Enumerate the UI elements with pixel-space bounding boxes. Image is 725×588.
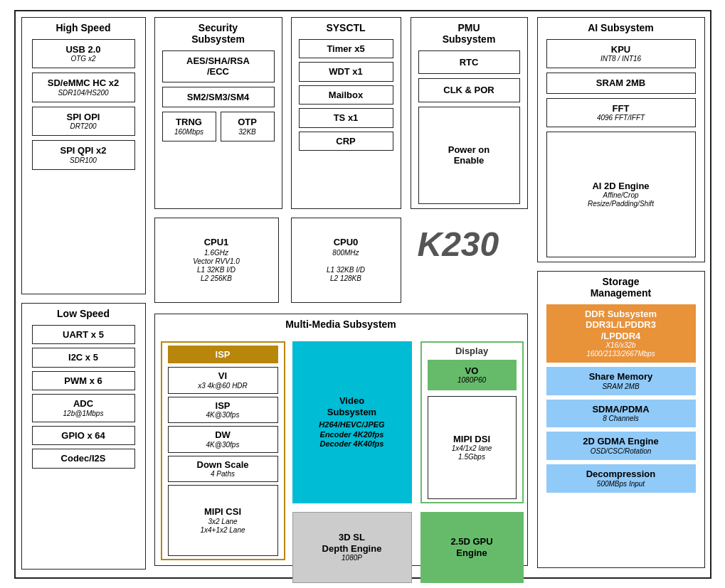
fft-box: FFT 4096 FFT/IFFT (546, 98, 696, 128)
isp-inner-sub: 4K@30fps (206, 411, 240, 419)
ts-box: TS x1 (299, 108, 393, 128)
spi-opi-sub: DRT200 (70, 122, 96, 131)
otp-sub: 32KB (238, 128, 255, 137)
mipi-dsi-sub: 1x4/1x2 lane1.5Gbps (452, 444, 492, 461)
vi-sub: x3 4k@60 HDR (198, 382, 248, 390)
mipi-csi-title: MIPI CSI (204, 506, 241, 518)
cpu1-sub: 1.6GHzVector RVV1.0L1 32KB I/DL2 256KB (193, 249, 240, 283)
diagram: High Speed USB 2.0 OTG x2 SD/eMMC HC x2 … (14, 10, 711, 579)
high-speed-section: High Speed USB 2.0 OTG x2 SD/eMMC HC x2 … (21, 17, 146, 294)
otp-box: OTP 32KB (221, 112, 275, 141)
isp-header: ISP (168, 346, 278, 364)
ai-section: AI Subsystem KPU INT8 / INT16 SRAM 2MB F… (537, 17, 705, 262)
sd-emmc-box: SD/eMMC HC x2 SDR104/HS200 (32, 73, 135, 102)
pmu-label: PMUSubsystem (443, 22, 496, 45)
usb-box: USB 2.0 OTG x2 (32, 39, 135, 69)
pwm-title: PWM x 6 (64, 375, 102, 387)
gpio-box: GPIO x 64 (32, 426, 135, 446)
spi-qpi-sub: SDR100 (70, 156, 97, 165)
security-label: SecuritySubsystem (191, 22, 245, 45)
codec-box: Codec/I2S (32, 449, 135, 469)
trng-sub: 160Mbps (174, 128, 203, 137)
clk-box: CLK & POR (418, 78, 520, 102)
pwm-box: PWM x 6 (32, 371, 135, 391)
fft-title: FFT (613, 103, 630, 114)
low-speed-section: Low Speed UART x 5 I2C x 5 PWM x 6 ADC 1… (21, 303, 146, 570)
vi-box: VI x3 4k@60 HDR (168, 367, 278, 394)
ai2d-sub: Affine/CropResize/Padding/Shift (588, 191, 654, 208)
low-speed-label: Low Speed (57, 308, 110, 319)
share-mem-box: Share Memory SRAM 2MB (546, 367, 696, 395)
cpu0-sub: 800MHzL1 32KB I/DL2 128KB (327, 249, 365, 283)
gpu-title: 2.5D GPUEngine (450, 536, 492, 558)
display-label: Display (455, 346, 488, 356)
otp-title: OTP (238, 117, 257, 128)
cpu0-title: CPU0 (334, 237, 359, 248)
depth-sub: 1080P (342, 554, 362, 562)
mailbox-box: Mailbox (299, 85, 393, 105)
trng-box: TRNG 160Mbps (162, 112, 216, 141)
storage-section: StorageManagement DDR SubsystemDDR3L/LPD… (537, 271, 705, 568)
spi-opi-box: SPI OPI DRT200 (32, 107, 135, 137)
adc-sub: 12b@1Mbps (63, 410, 104, 418)
depth-title: 3D SLDepth Engine (322, 532, 382, 554)
mipi-dsi-title: MIPI DSI (453, 434, 490, 445)
fft-sub: 4096 FFT/IFFT (597, 114, 645, 122)
sdma-sub: 8 Channels (603, 415, 639, 423)
crp-title: CRP (336, 136, 355, 147)
video-sub-title: VideoSubsystem (327, 395, 376, 417)
adc-title: ADC (73, 398, 93, 410)
video-sub-sub: H264/HEVC/JPEGEncoder 4K20fpsDecoder 4K4… (319, 420, 384, 449)
mailbox-title: Mailbox (329, 90, 363, 101)
kpu-sub: INT8 / INT16 (600, 55, 641, 63)
wdt-box: WDT x1 (299, 62, 393, 82)
storage-label: StorageManagement (591, 276, 652, 299)
isp-group: ISP VI x3 4k@60 HDR ISP 4K@30fps DW 4K@3… (161, 341, 285, 560)
rtc-title: RTC (460, 57, 479, 68)
crp-box: CRP (299, 132, 393, 151)
wdt-title: WDT x1 (329, 66, 363, 77)
decomp-sub: 500MBps Input (597, 480, 645, 488)
multimedia-label: Multi-Media Subsystem (285, 319, 396, 330)
display-group: Display VO 1080P60 MIPI DSI 1x4/1x2 lane… (420, 341, 524, 503)
sdma-box: SDMA/PDMA 8 Channels (546, 400, 696, 428)
kpu-box: KPU INT8 / INT16 (546, 39, 696, 69)
decomp-box: Decompression 500MBps Input (546, 464, 696, 493)
dw-title: DW (215, 429, 231, 441)
aes-title: AES/SHA/RSA/ECC (186, 55, 250, 77)
gpio-title: GPIO x 64 (61, 430, 105, 442)
trng-title: TRNG (176, 117, 202, 128)
spi-opi-title: SPI OPI (67, 112, 100, 123)
power-on-title: Power onEnable (448, 144, 490, 166)
security-section: SecuritySubsystem AES/SHA/RSA/ECC SM2/SM… (154, 17, 282, 209)
timer-title: Timer x5 (327, 43, 364, 55)
timer-box: Timer x5 (299, 39, 393, 59)
share-mem-title: Share Memory (589, 371, 653, 383)
sdma-title: SDMA/PDMA (592, 404, 649, 415)
ts-title: TS x1 (334, 112, 359, 124)
codec-title: Codec/I2S (61, 453, 106, 464)
ddr-sub: X16/x32b1600/2133/2667Mbps (586, 341, 655, 358)
ai2d-box: AI 2D Engine Affine/CropResize/Padding/S… (546, 132, 696, 257)
gdma-box: 2D GDMA Engine OSD/CSC/Rotation (546, 432, 696, 460)
cpu1-title: CPU1 (204, 237, 229, 248)
vo-box: VO 1080P60 (428, 360, 517, 391)
vi-title: VI (218, 370, 227, 382)
dw-box: DW 4K@30fps (168, 426, 278, 453)
adc-box: ADC 12b@1Mbps (32, 394, 135, 422)
k230-label: K230 (418, 225, 499, 264)
uart-box: UART x 5 (32, 325, 135, 345)
sd-title: SD/eMMC HC x2 (48, 77, 119, 89)
vo-title: VO (465, 365, 479, 377)
cpu0-box: CPU0 800MHzL1 32KB I/DL2 128KB (291, 218, 401, 303)
mipi-dsi-box: MIPI DSI 1x4/1x2 lane1.5Gbps (428, 396, 517, 498)
vo-sub: 1080P60 (457, 376, 486, 385)
usb-sub: OTG x2 (70, 55, 95, 63)
mipi-csi-box: MIPI CSI 3x2 Lane1x4+1x2 Lane (168, 485, 278, 555)
gpu-box: 2.5D GPUEngine (420, 512, 524, 583)
isp-header-title: ISP (216, 349, 231, 360)
sd-sub: SDR104/HS200 (58, 89, 108, 97)
sram-box: SRAM 2MB (546, 73, 696, 94)
ai2d-title: AI 2D Engine (592, 181, 649, 192)
sysctl-label: SYSCTL (326, 22, 365, 33)
